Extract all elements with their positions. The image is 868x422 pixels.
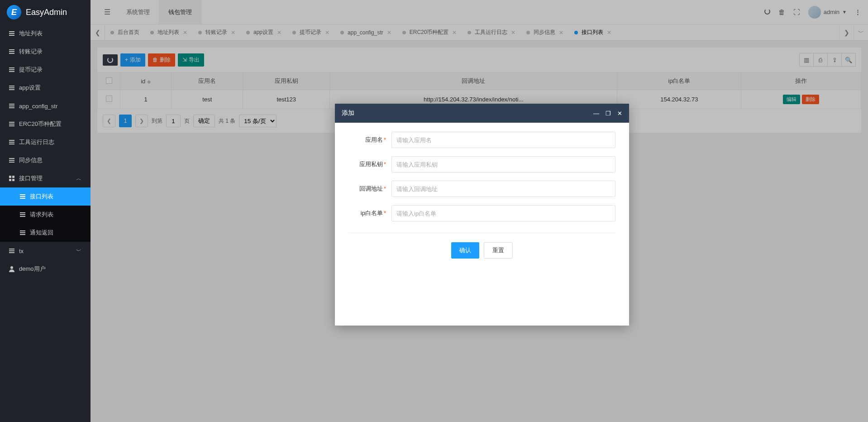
list-icon: [9, 104, 14, 108]
sidebar-item-demo-user[interactable]: demo用户: [0, 260, 91, 278]
list-icon: [9, 140, 14, 144]
callback-url-input[interactable]: [391, 181, 615, 197]
list-icon: [9, 31, 14, 36]
sidebar-item-label: 地址列表: [19, 29, 43, 38]
sidebar-item-api-list[interactable]: 接口列表: [0, 187, 91, 206]
field-label: 回调地址: [359, 185, 383, 192]
list-icon: [9, 67, 14, 72]
sidebar-item-notify-return[interactable]: 通知返回: [0, 224, 91, 242]
list-icon: [9, 249, 14, 253]
list-icon: [20, 212, 25, 217]
sidebar-item-app-config[interactable]: app_config_str: [0, 97, 91, 115]
field-label: ip白名单: [361, 210, 383, 216]
brand-logo[interactable]: E EasyAdmin: [0, 0, 91, 24]
sidebar-item-app-setting[interactable]: app设置: [0, 79, 91, 97]
field-label: 应用私钥: [359, 161, 383, 168]
sidebar-item-sync[interactable]: 同步信息: [0, 151, 91, 169]
sidebar-item-label: 工具运行日志: [19, 138, 54, 146]
ip-whitelist-input[interactable]: [391, 205, 615, 221]
logo-icon: E: [7, 5, 21, 19]
sidebar-item-withdraw[interactable]: 提币记录: [0, 61, 91, 79]
required-icon: *: [384, 210, 386, 216]
field-label: 应用名: [365, 136, 383, 143]
modal-minimize-button[interactable]: —: [593, 110, 599, 117]
sidebar: E EasyAdmin 地址列表 转账记录 提币记录 app设置 app_con…: [0, 0, 91, 422]
modal-title: 添加: [342, 109, 354, 117]
sidebar-item-label: 请求列表: [30, 211, 53, 219]
sidebar-item-label: 接口管理: [19, 174, 43, 182]
sidebar-item-label: app设置: [19, 84, 41, 92]
sidebar-item-label: tx: [19, 248, 24, 254]
required-icon: *: [384, 185, 386, 192]
modal-header[interactable]: 添加 — ❐ ✕: [335, 104, 629, 123]
sidebar-item-label: 同步信息: [19, 156, 43, 164]
sidebar-item-label: 接口列表: [30, 192, 53, 201]
list-icon: [20, 194, 25, 199]
grid-icon: [9, 176, 14, 181]
sidebar-item-transfer[interactable]: 转账记录: [0, 43, 91, 61]
sidebar-item-api-manage[interactable]: 接口管理︿: [0, 169, 91, 187]
sidebar-item-label: 提币记录: [19, 66, 43, 74]
sidebar-item-erc20[interactable]: ERC20币种配置: [0, 115, 91, 133]
app-name-input[interactable]: [391, 132, 615, 148]
brand-text: EasyAdmin: [26, 8, 67, 17]
sidebar-item-label: 通知返回: [30, 229, 53, 237]
modal-reset-button[interactable]: 重置: [484, 242, 513, 259]
sidebar-item-label: ERC20币种配置: [19, 120, 62, 128]
sidebar-item-label: app_config_str: [19, 103, 57, 110]
sidebar-item-label: demo用户: [19, 265, 46, 273]
required-icon: *: [384, 136, 386, 143]
modal-close-button[interactable]: ✕: [617, 110, 622, 117]
list-icon: [9, 158, 14, 163]
sidebar-item-request-list[interactable]: 请求列表: [0, 206, 91, 224]
required-icon: *: [384, 161, 386, 168]
app-key-input[interactable]: [391, 156, 615, 173]
sidebar-item-label: 转账记录: [19, 48, 43, 56]
user-icon: [9, 266, 14, 272]
modal-maximize-button[interactable]: ❐: [606, 110, 611, 117]
sidebar-item-address-list[interactable]: 地址列表: [0, 24, 91, 43]
divider: [348, 233, 615, 233]
modal-confirm-button[interactable]: 确认: [451, 242, 479, 259]
sidebar-item-tool-log[interactable]: 工具运行日志: [0, 133, 91, 151]
chevron-up-icon: ︿: [76, 175, 81, 182]
list-icon: [9, 122, 14, 126]
chevron-down-icon: ﹀: [76, 247, 81, 255]
list-icon: [9, 86, 14, 90]
list-icon: [9, 49, 14, 54]
sidebar-item-tx[interactable]: tx﹀: [0, 242, 91, 260]
list-icon: [20, 230, 25, 235]
add-modal: 添加 — ❐ ✕ 应用名* 应用私钥* 回调地址*: [335, 104, 629, 326]
